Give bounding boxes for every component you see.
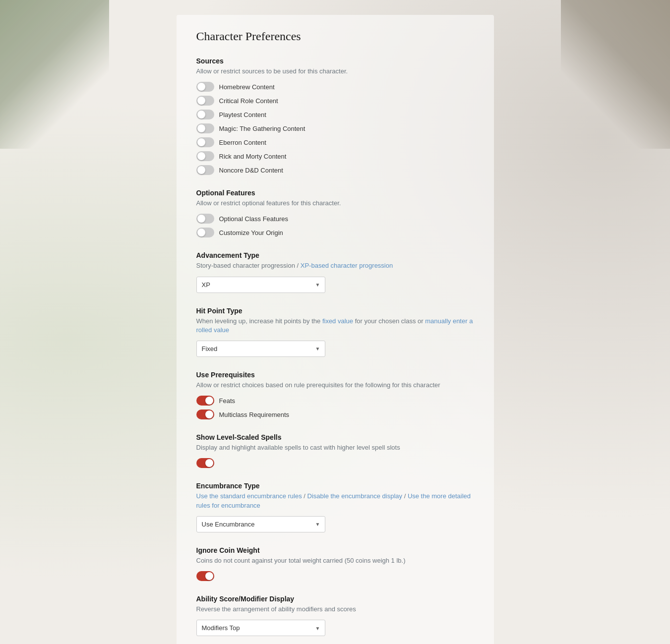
toggle-homebrew-thumb xyxy=(197,83,205,91)
toggle-rick-morty: Rick and Morty Content xyxy=(196,151,474,161)
toggle-coin-weight-track xyxy=(196,571,214,581)
right-decoration xyxy=(561,0,670,149)
toggle-magic-gathering-thumb xyxy=(197,124,205,132)
hit-point-type-desc: When leveling up, increase hit points by… xyxy=(196,317,474,335)
toggle-coin-weight-row xyxy=(196,571,474,581)
toggle-feats-thumb xyxy=(205,397,213,405)
encumbrance-type-desc: Use the standard encumbrance rules / Dis… xyxy=(196,492,474,510)
toggle-magic-gathering-switch[interactable] xyxy=(196,123,214,133)
encumbrance-standard-link: Use the standard encumbrance rules xyxy=(196,492,302,500)
advancement-type-title: Advancement Type xyxy=(196,251,474,259)
optional-features-section: Optional Features Allow or restrict opti… xyxy=(196,189,474,237)
page-wrapper: Character Preferences Sources Allow or r… xyxy=(0,0,670,644)
use-prerequisites-title: Use Prerequisites xyxy=(196,371,474,379)
toggle-optional-class-switch[interactable] xyxy=(196,214,214,224)
optional-features-desc: Allow or restrict optional features for … xyxy=(196,199,474,208)
toggle-feats: Feats xyxy=(196,396,474,406)
ignore-coin-weight-title: Ignore Coin Weight xyxy=(196,546,474,554)
toggle-level-scaled-switch[interactable] xyxy=(196,458,214,468)
toggle-level-scaled-track xyxy=(196,458,214,468)
toggle-eberron-thumb xyxy=(197,138,205,146)
encumbrance-type-title: Encumbrance Type xyxy=(196,482,474,490)
page-title: Character Preferences xyxy=(196,30,474,43)
toggle-feats-track xyxy=(196,396,214,406)
toggle-coin-weight-switch[interactable] xyxy=(196,571,214,581)
toggle-homebrew-switch[interactable] xyxy=(196,82,214,92)
content-panel: Character Preferences Sources Allow or r… xyxy=(177,15,494,644)
toggle-playtest-label: Playtest Content xyxy=(219,111,266,118)
toggle-multiclass-req-thumb xyxy=(205,410,213,418)
toggle-rick-morty-thumb xyxy=(197,152,205,160)
toggle-level-scaled-row xyxy=(196,458,474,468)
hit-point-type-section: Hit Point Type When leveling up, increas… xyxy=(196,307,474,357)
encumbrance-type-select-wrapper: Use Encumbrance Disable Encumbrance Deta… xyxy=(196,516,325,532)
optional-features-title: Optional Features xyxy=(196,189,474,197)
toggle-eberron-label: Eberron Content xyxy=(219,139,266,146)
toggle-eberron-track xyxy=(196,137,214,147)
toggle-homebrew-label: Homebrew Content xyxy=(219,83,275,91)
advancement-type-section: Advancement Type Story-based character p… xyxy=(196,251,474,293)
toggle-multiclass-req-track xyxy=(196,410,214,419)
toggle-eberron-switch[interactable] xyxy=(196,137,214,147)
toggle-customize-origin: Customize Your Origin xyxy=(196,228,474,237)
hit-point-type-title: Hit Point Type xyxy=(196,307,474,315)
sources-desc: Allow or restrict sources to be used for… xyxy=(196,67,474,76)
toggle-eberron: Eberron Content xyxy=(196,137,474,147)
toggle-rick-morty-track xyxy=(196,151,214,161)
toggle-feats-switch[interactable] xyxy=(196,396,214,406)
sources-section: Sources Allow or restrict sources to be … xyxy=(196,57,474,175)
advancement-type-link: XP-based character progression xyxy=(301,262,393,269)
toggle-playtest-thumb xyxy=(197,111,205,118)
toggle-playtest-switch[interactable] xyxy=(196,110,214,119)
toggle-level-scaled-thumb xyxy=(205,459,213,467)
toggle-feats-label: Feats xyxy=(219,397,236,405)
hit-point-fixed-link: fixed value xyxy=(322,317,353,325)
toggle-playtest: Playtest Content xyxy=(196,110,474,119)
toggle-multiclass-req-switch[interactable] xyxy=(196,410,214,419)
toggle-multiclass-req: Multiclass Requirements xyxy=(196,410,474,419)
toggle-optional-class-thumb xyxy=(197,215,205,223)
toggle-noncore-track xyxy=(196,165,214,175)
ignore-coin-weight-desc: Coins do not count against your total we… xyxy=(196,556,474,565)
toggle-noncore-switch[interactable] xyxy=(196,165,214,175)
ability-score-display-desc: Reverse the arrangement of ability modif… xyxy=(196,605,474,614)
toggle-homebrew-track xyxy=(196,82,214,92)
toggle-noncore: Noncore D&D Content xyxy=(196,165,474,175)
level-scaled-spells-section: Show Level-Scaled Spells Display and hig… xyxy=(196,433,474,468)
toggle-customize-origin-switch[interactable] xyxy=(196,228,214,237)
toggle-customize-origin-label: Customize Your Origin xyxy=(219,229,283,236)
ability-score-display-section: Ability Score/Modifier Display Reverse t… xyxy=(196,595,474,636)
ignore-coin-weight-section: Ignore Coin Weight Coins do not count ag… xyxy=(196,546,474,581)
ability-score-display-select-wrapper: Modifiers Top Scores Top ▼ xyxy=(196,620,325,636)
advancement-type-desc: Story-based character progression / XP-b… xyxy=(196,261,474,270)
toggle-magic-gathering: Magic: The Gathering Content xyxy=(196,123,474,133)
level-scaled-spells-title: Show Level-Scaled Spells xyxy=(196,433,474,441)
hit-point-type-select[interactable]: Fixed Manual xyxy=(196,341,325,357)
use-prerequisites-section: Use Prerequisites Allow or restrict choi… xyxy=(196,371,474,419)
toggle-multiclass-req-label: Multiclass Requirements xyxy=(219,411,290,418)
toggle-critical-role-label: Critical Role Content xyxy=(219,97,278,105)
toggle-coin-weight-thumb xyxy=(205,572,213,580)
ability-score-display-title: Ability Score/Modifier Display xyxy=(196,595,474,603)
left-decoration xyxy=(0,0,109,149)
use-prerequisites-desc: Allow or restrict choices based on rule … xyxy=(196,381,474,390)
toggle-customize-origin-thumb xyxy=(197,229,205,236)
encumbrance-type-select[interactable]: Use Encumbrance Disable Encumbrance Deta… xyxy=(196,516,325,532)
toggle-critical-role-thumb xyxy=(197,97,205,105)
hit-point-type-select-wrapper: Fixed Manual ▼ xyxy=(196,341,325,357)
ability-score-display-select[interactable]: Modifiers Top Scores Top xyxy=(196,620,325,636)
toggle-critical-role-switch[interactable] xyxy=(196,96,214,106)
sources-title: Sources xyxy=(196,57,474,65)
toggle-homebrew: Homebrew Content xyxy=(196,82,474,92)
toggle-rick-morty-switch[interactable] xyxy=(196,151,214,161)
advancement-type-select-wrapper: XP Milestone ▼ xyxy=(196,277,325,293)
toggle-optional-class-track xyxy=(196,214,214,224)
toggle-noncore-label: Noncore D&D Content xyxy=(219,167,283,174)
toggle-optional-class: Optional Class Features xyxy=(196,214,474,224)
encumbrance-type-section: Encumbrance Type Use the standard encumb… xyxy=(196,482,474,532)
encumbrance-disable-link: Disable the encumbrance display xyxy=(307,492,403,500)
toggle-playtest-track xyxy=(196,110,214,119)
advancement-type-select[interactable]: XP Milestone xyxy=(196,277,325,293)
toggle-critical-role-track xyxy=(196,96,214,106)
toggle-critical-role: Critical Role Content xyxy=(196,96,474,106)
